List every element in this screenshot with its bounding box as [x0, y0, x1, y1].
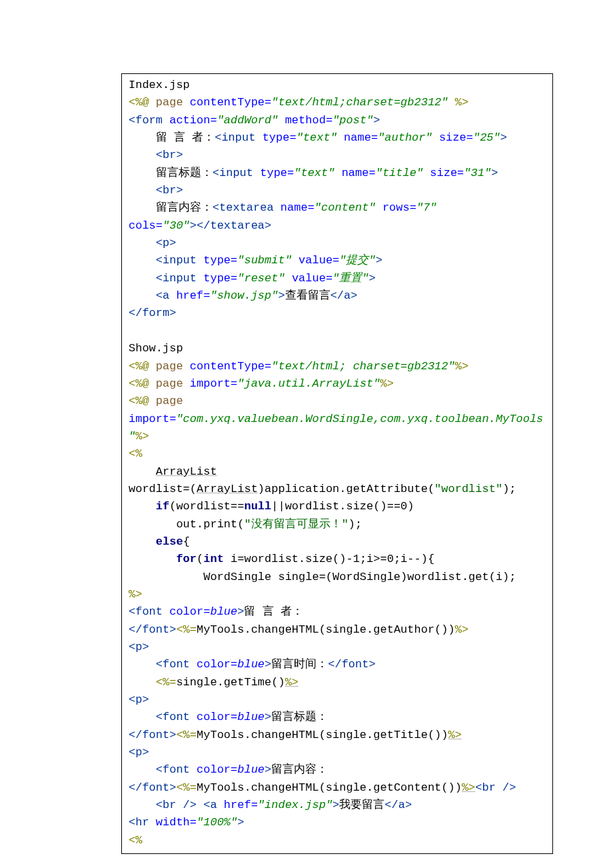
code-token	[129, 237, 156, 249]
code-token: <p>	[129, 641, 149, 653]
code-token: ArrayList	[197, 483, 258, 495]
code-token: %>	[135, 430, 149, 443]
code-line: <a href="show.jsp">查看留言</a>	[129, 287, 546, 305]
code-token: page	[156, 96, 190, 109]
code-token	[129, 289, 156, 302]
code-token	[129, 763, 156, 776]
code-line: <p>	[129, 639, 546, 656]
code-token: %>	[448, 729, 462, 741]
code-line: </form>	[129, 305, 546, 322]
code-line: 留言标题：<input type="text" name="title" siz…	[129, 165, 546, 182]
code-token: <%@	[129, 360, 156, 373]
code-token: value=	[299, 254, 339, 267]
code-line: cols="30"></textarea>	[129, 217, 546, 235]
code-token: "submit"	[237, 254, 299, 267]
code-token: "25"	[473, 131, 500, 144]
code-token: 留 言 者：	[244, 605, 303, 618]
code-token: type=	[203, 254, 237, 267]
code-line: <input type="submit" value="提交">	[129, 252, 546, 269]
code-token: "wordlist"	[434, 483, 502, 495]
code-token: type=	[203, 272, 237, 285]
code-token: <p>	[129, 693, 149, 706]
code-token: "title"	[376, 167, 430, 179]
code-token: href=	[224, 799, 258, 811]
code-token: 留言内容：	[129, 201, 213, 214]
code-token: 留言标题：	[129, 167, 213, 179]
code-line: </font><%=MyTools.changeHTML(single.getT…	[129, 727, 546, 744]
code-token: color=	[169, 605, 210, 618]
code-token: size=	[439, 131, 473, 144]
code-line: <font color=blue>留言内容：	[129, 761, 546, 779]
code-token: contentType=	[190, 96, 271, 109]
code-token: blue	[237, 711, 265, 723]
code-line: <%	[129, 832, 546, 849]
code-token	[129, 535, 156, 548]
code-line: %>	[129, 586, 546, 603]
code-token: Index.jsp	[129, 79, 190, 91]
code-token: ></textarea>	[190, 219, 271, 232]
code-token: "重置"	[332, 272, 368, 285]
code-token: >	[491, 167, 498, 179]
code-line: <form action="addWord" method="post">	[129, 112, 546, 129]
code-token: >	[373, 114, 380, 127]
code-token: "post"	[332, 114, 373, 127]
code-token: "addWord"	[217, 114, 285, 127]
code-token: single.getTime()	[176, 676, 285, 689]
code-token: "text/html; charset=gb2312"	[271, 360, 454, 373]
code-token: name=	[344, 131, 378, 144]
code-token: >	[369, 272, 376, 285]
code-token: href=	[176, 289, 210, 302]
code-token: for	[176, 553, 197, 565]
code-token	[129, 254, 156, 267]
code-token: <br>	[156, 149, 183, 161]
code-line: </font><%=MyTools.changeHTML(single.getC…	[129, 779, 546, 797]
code-token: "30"	[163, 219, 190, 232]
code-token: <p>	[129, 746, 149, 759]
code-token: width=	[156, 816, 197, 829]
code-line: <br>	[129, 182, 546, 199]
code-token: %>	[129, 588, 142, 601]
code-line: WordSingle single=(WordSingle)wordlist.g…	[129, 569, 546, 586]
code-token: wordlist=(	[129, 483, 197, 495]
code-token: "text"	[297, 131, 344, 144]
code-line: import="com.yxq.valuebean.WordSingle,com…	[129, 411, 546, 428]
code-token: name=	[281, 201, 314, 214]
code-token: );	[502, 483, 516, 495]
code-token: <br>	[156, 184, 183, 197]
code-block: Index.jsp<%@ page contentType="text/html…	[121, 73, 553, 854]
code-line: Index.jsp	[129, 77, 546, 94]
code-token: cols=	[129, 219, 163, 232]
code-token: page	[156, 395, 190, 407]
code-token	[129, 272, 156, 285]
code-token: <%=	[156, 676, 177, 689]
code-line: <p>	[129, 691, 546, 709]
code-token: <%=	[176, 729, 197, 741]
code-token: >	[376, 254, 382, 267]
code-token: <font	[156, 763, 197, 776]
code-token: MyTools.changeHTML(single.getTitle())	[197, 729, 448, 741]
code-line: wordlist=(ArrayList)application.getAttri…	[129, 481, 546, 498]
code-token: <p>	[156, 237, 177, 249]
code-token: MyTools.changeHTML(single.getAuthor())	[197, 623, 455, 636]
code-token: "31"	[464, 167, 491, 179]
code-token: <font	[129, 605, 169, 618]
code-token: color=	[197, 711, 237, 723]
code-token: <br />	[475, 781, 516, 794]
code-token: <input	[215, 131, 262, 144]
code-token: blue	[237, 763, 265, 776]
code-token: "7"	[416, 201, 444, 214]
code-token: <%@	[129, 395, 156, 407]
code-token: 我要留言	[339, 799, 384, 811]
code-line: 留言内容：<textarea name="content" rows="7"	[129, 199, 546, 217]
code-token: >	[278, 289, 285, 302]
code-line: Show.jsp	[129, 340, 546, 357]
code-token: (	[197, 553, 203, 565]
code-token: int	[203, 553, 224, 565]
code-token: <%=	[176, 781, 197, 794]
code-token: <form	[129, 114, 169, 127]
code-token: >	[265, 711, 271, 723]
code-token: <a	[156, 289, 177, 302]
code-token: );	[348, 518, 362, 531]
code-token: "index.jsp"	[258, 799, 332, 811]
code-token: type=	[263, 131, 297, 144]
